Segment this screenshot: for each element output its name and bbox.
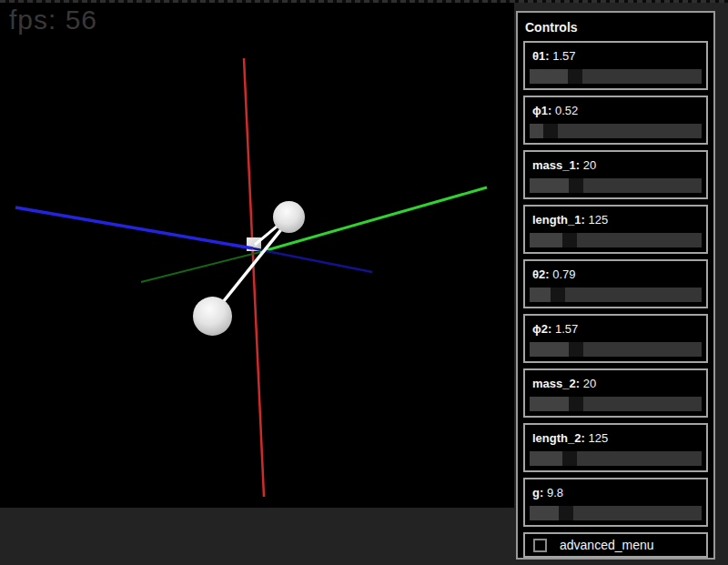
slider-value: 9.8 bbox=[547, 486, 563, 499]
slider-label: ϕ1: 0.52 bbox=[529, 102, 703, 124]
slider-fill bbox=[530, 506, 559, 520]
slider-value: 0.52 bbox=[555, 104, 578, 117]
slider-label: length_2: 125 bbox=[529, 429, 703, 451]
slider-handle[interactable] bbox=[551, 288, 565, 302]
slider-label: θ2: 0.79 bbox=[529, 266, 703, 288]
mass-1-slider[interactable] bbox=[530, 178, 702, 193]
slider-name: length_2: bbox=[532, 431, 585, 445]
slider-fill bbox=[530, 397, 569, 411]
slider-value: 1.57 bbox=[555, 322, 578, 336]
slider-value: 20 bbox=[583, 158, 596, 172]
slider-control-phi1: ϕ1: 0.52 bbox=[523, 96, 708, 145]
phi1-slider[interactable] bbox=[530, 124, 702, 138]
slider-name: ϕ2: bbox=[532, 322, 551, 336]
slider-handle[interactable] bbox=[569, 397, 583, 411]
slider-control-g: g: 9.8 bbox=[523, 478, 708, 527]
slider-label: ϕ2: 1.57 bbox=[529, 320, 703, 342]
slider-name: mass_1: bbox=[532, 158, 580, 172]
app-root: { "fps": { "label": "fps: 56" }, "scene"… bbox=[0, 0, 728, 565]
slider-label: length_1: 125 bbox=[529, 211, 703, 233]
z-axis-negative-line bbox=[253, 248, 372, 272]
theta1-slider[interactable] bbox=[530, 69, 702, 84]
pendulum-mass-2-sphere bbox=[193, 297, 232, 336]
slider-fill bbox=[530, 288, 551, 302]
slider-fill bbox=[530, 178, 569, 193]
slider-control-length-2: length_2: 125 bbox=[523, 423, 708, 472]
advanced-menu-label: advanced_menu bbox=[560, 538, 654, 552]
slider-fill bbox=[530, 233, 562, 247]
slider-handle[interactable] bbox=[543, 124, 558, 138]
slider-handle[interactable] bbox=[562, 233, 577, 247]
panel-title: Controls bbox=[523, 17, 708, 41]
slider-label: θ1: 1.57 bbox=[529, 47, 703, 69]
slider-value: 125 bbox=[588, 213, 608, 227]
slider-handle[interactable] bbox=[568, 69, 582, 84]
slider-value: 1.57 bbox=[552, 49, 575, 63]
slider-name: mass_2: bbox=[532, 377, 580, 390]
pendulum-3d-view bbox=[0, 3, 514, 508]
slider-value: 0.79 bbox=[552, 267, 575, 281]
slider-value: 20 bbox=[583, 377, 596, 390]
length-1-slider[interactable] bbox=[530, 233, 702, 247]
g-slider[interactable] bbox=[530, 506, 702, 520]
phi2-slider[interactable] bbox=[530, 342, 702, 357]
simulation-canvas[interactable]: fps: 56 bbox=[0, 3, 514, 508]
slider-handle[interactable] bbox=[559, 506, 573, 520]
slider-control-mass-1: mass_1: 20 bbox=[523, 150, 708, 199]
slider-handle[interactable] bbox=[569, 178, 583, 193]
theta2-slider[interactable] bbox=[530, 288, 702, 302]
slider-fill bbox=[530, 124, 543, 138]
slider-name: ϕ1: bbox=[532, 104, 551, 117]
slider-handle[interactable] bbox=[569, 342, 583, 357]
length-2-slider[interactable] bbox=[530, 451, 702, 466]
slider-fill bbox=[530, 69, 568, 84]
slider-value: 125 bbox=[588, 431, 608, 445]
z-axis-positive-line bbox=[15, 207, 253, 248]
slider-fill bbox=[530, 342, 569, 357]
slider-control-phi2: ϕ2: 1.57 bbox=[523, 314, 708, 363]
slider-control-length-1: length_1: 125 bbox=[523, 205, 708, 254]
fps-counter: fps: 56 bbox=[9, 5, 97, 35]
advanced-menu-control: advanced_menu bbox=[523, 532, 708, 558]
slider-name: g: bbox=[532, 486, 543, 499]
slider-label: mass_1: 20 bbox=[529, 156, 703, 178]
slider-control-mass-2: mass_2: 20 bbox=[523, 368, 708, 418]
slider-control-theta2: θ2: 0.79 bbox=[523, 259, 708, 308]
advanced-menu-checkbox[interactable] bbox=[533, 539, 547, 552]
pendulum-mass-1-sphere bbox=[273, 201, 305, 233]
slider-fill bbox=[530, 451, 562, 466]
slider-control-theta1: θ1: 1.57 bbox=[523, 41, 708, 90]
slider-label: g: 9.8 bbox=[529, 484, 703, 506]
slider-label: mass_2: 20 bbox=[529, 375, 703, 397]
slider-name: θ1: bbox=[532, 49, 550, 63]
slider-handle[interactable] bbox=[562, 451, 577, 466]
y-axis-line bbox=[244, 58, 264, 497]
mass-2-slider[interactable] bbox=[530, 397, 702, 411]
slider-name: θ2: bbox=[532, 267, 550, 281]
slider-name: length_1: bbox=[532, 213, 585, 227]
controls-panel: Controls θ1: 1.57 ϕ1: 0.52 mass_1: 20 le… bbox=[516, 11, 715, 560]
